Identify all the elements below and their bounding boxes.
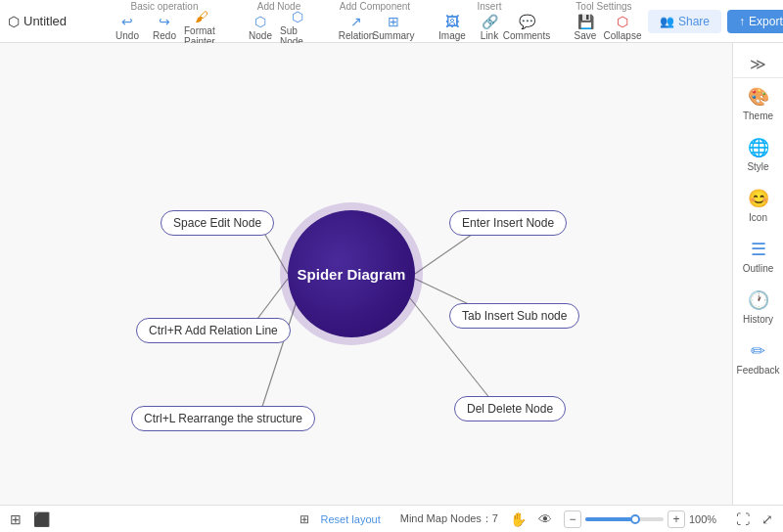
comments-icon: 💬	[519, 14, 535, 29]
share-label: Share	[678, 15, 710, 28]
panel-item-outline[interactable]: ☰ Outline	[733, 231, 783, 282]
save-button[interactable]: 💾 Save	[568, 14, 603, 41]
save-icon: 💾	[577, 14, 594, 29]
header-right: 👥 Share ↑ Export	[648, 10, 783, 33]
fullscreen-icon[interactable]: ⛶	[736, 511, 750, 527]
footer-grid-icon: ⊞	[10, 511, 22, 527]
collapse-label: Collapse	[604, 30, 642, 41]
node-enter-insert[interactable]: Enter Insert Node	[449, 210, 567, 236]
header: ⬡ Untitled Basic operation ↩ Undo ↪ Redo…	[0, 0, 783, 43]
collapse-panel-icon: ≫	[750, 55, 766, 73]
comments-label: Comments	[503, 30, 550, 41]
node-label: Node	[249, 30, 272, 41]
undo-label: Undo	[115, 30, 139, 41]
icon-icon: 😊	[748, 188, 769, 209]
panel-collapse-button[interactable]: ≫	[733, 51, 783, 78]
link-button[interactable]: 🔗 Link	[472, 14, 507, 41]
node-space-edit-text: Space Edit Node	[173, 216, 261, 230]
svg-line-2	[258, 298, 298, 419]
zoom-slider-thumb	[630, 514, 640, 524]
share-button[interactable]: 👥 Share	[648, 10, 721, 33]
link-icon: 🔗	[482, 14, 498, 29]
app-title: ⬡ Untitled	[8, 14, 86, 29]
basic-buttons: ↩ Undo ↪ Redo 🖌 Format Painter	[110, 14, 219, 41]
feedback-label: Feedback	[737, 365, 780, 376]
center-node[interactable]: Spider Diagram	[288, 210, 415, 337]
redo-button[interactable]: ↪ Redo	[147, 14, 182, 41]
panel-item-theme[interactable]: 🎨 Theme	[733, 78, 783, 129]
footer: ⊞ ⬛ ⊞ Reset layout Mind Map Nodes：7 ✋ 👁 …	[0, 505, 783, 532]
group-label-toolsettings: Tool Settings	[576, 1, 631, 12]
summary-icon: ⊞	[388, 14, 399, 29]
image-button[interactable]: 🖼 Image	[435, 14, 470, 41]
collapse-button[interactable]: ⬡ Collapse	[605, 14, 640, 41]
export-button[interactable]: ↑ Export	[727, 10, 783, 33]
node-del-delete-text: Del Delete Node	[467, 402, 553, 416]
panel-item-icon[interactable]: 😊 Icon	[733, 180, 783, 231]
relation-button[interactable]: ↗ Relation	[339, 14, 374, 41]
style-icon: 🌐	[748, 137, 769, 158]
nodes-count: Mind Map Nodes：7	[400, 511, 498, 526]
node-ctrl-l[interactable]: Ctrl+L Rearrange the structure	[131, 406, 315, 431]
insert-buttons: 🖼 Image 🔗 Link 💬 Comments	[435, 14, 544, 41]
share-icon: 👥	[660, 15, 674, 28]
subnode-icon: ⬡	[292, 9, 303, 24]
panel-item-style[interactable]: 🌐 Style	[733, 129, 783, 180]
toolbar-group-insert: Insert 🖼 Image 🔗 Link 💬 Comments	[435, 1, 544, 41]
comments-button[interactable]: 💬 Comments	[509, 14, 544, 41]
node-button[interactable]: ⬡ Node	[243, 14, 278, 41]
node-ctrl-l-text: Ctrl+L Rearrange the structure	[144, 412, 302, 425]
zoom-slider[interactable]	[585, 517, 664, 521]
toolbar-group-addcomp: Add Component ↗ Relation ⊞ Summary	[339, 1, 411, 41]
toolsettings-buttons: 💾 Save ⬡ Collapse	[568, 14, 640, 41]
undo-button[interactable]: ↩ Undo	[110, 14, 145, 41]
toolbar-group-toolsettings: Tool Settings 💾 Save ⬡ Collapse	[568, 1, 640, 41]
node-del-delete[interactable]: Del Delete Node	[454, 396, 566, 421]
node-tab-insert[interactable]: Tab Insert Sub node	[449, 303, 579, 329]
collapse-icon: ⬡	[617, 14, 628, 29]
history-icon: 🕐	[748, 289, 769, 311]
node-enter-insert-text: Enter Insert Node	[462, 216, 554, 230]
summary-label: Summary	[373, 30, 415, 41]
icon-label: Icon	[749, 212, 767, 223]
node-ctrl-r[interactable]: Ctrl+R Add Relation Line	[136, 318, 291, 343]
theme-label: Theme	[743, 111, 773, 121]
image-label: Image	[438, 30, 466, 41]
export-label: Export	[749, 15, 783, 28]
panel-item-feedback[interactable]: ✏ Feedback	[733, 332, 783, 383]
toolbar-group-addnode: Add Node ⬡ Node ⬡ Sub Node	[243, 1, 315, 41]
panel-item-history[interactable]: 🕐 History	[733, 282, 783, 332]
theme-icon: 🎨	[748, 86, 769, 108]
outline-icon: ☰	[751, 239, 766, 260]
style-label: Style	[747, 161, 768, 172]
app-title-text: Untitled	[23, 14, 67, 28]
zoom-in-button[interactable]: +	[668, 510, 685, 528]
feedback-icon: ✏	[751, 340, 765, 362]
group-label-basic: Basic operation	[131, 1, 199, 12]
eye-icon: 👁	[538, 511, 552, 527]
relation-label: Relation	[339, 30, 375, 41]
node-tab-insert-text: Tab Insert Sub node	[462, 309, 567, 323]
group-label-addcomp: Add Component	[340, 1, 410, 12]
format-painter-button[interactable]: 🖌 Format Painter	[184, 14, 219, 41]
group-label-insert: Insert	[477, 1, 501, 12]
node-space-edit[interactable]: Space Edit Node	[161, 210, 274, 236]
zoom-out-button[interactable]: −	[564, 510, 581, 528]
reset-layout-text[interactable]: Reset layout	[321, 513, 381, 525]
addcomp-buttons: ↗ Relation ⊞ Summary	[339, 14, 411, 41]
node-icon: ⬡	[254, 14, 266, 29]
redo-icon: ↪	[159, 14, 170, 29]
spider-diagram: Spider Diagram Space Edit Node Ctrl+R Ad…	[107, 108, 596, 440]
window-icon: ⬡	[8, 14, 20, 29]
zoom-slider-fill	[585, 517, 632, 521]
zoom-pct: 100%	[689, 513, 724, 525]
center-node-text: Spider Diagram	[298, 266, 406, 283]
image-icon: 🖼	[445, 14, 459, 29]
summary-button[interactable]: ⊞ Summary	[376, 14, 411, 41]
right-panel: ≫ 🎨 Theme 🌐 Style 😊 Icon ☰ Outline 🕐 His…	[732, 43, 783, 505]
subnode-button[interactable]: ⬡ Sub Node	[280, 14, 315, 41]
addnode-buttons: ⬡ Node ⬡ Sub Node	[243, 14, 315, 41]
format-painter-icon: 🖌	[195, 9, 208, 24]
canvas[interactable]: Spider Diagram Space Edit Node Ctrl+R Ad…	[0, 43, 732, 505]
expand-icon[interactable]: ⤢	[761, 511, 773, 527]
